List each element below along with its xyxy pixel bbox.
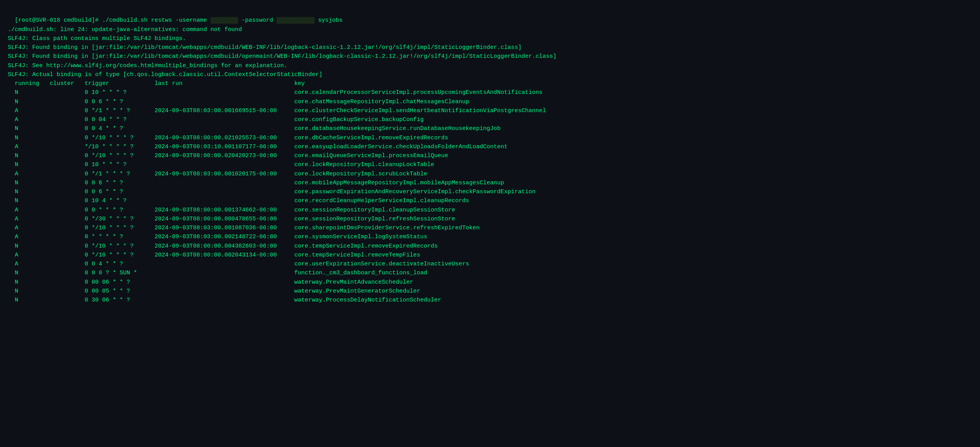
trailing-text: sysjobs xyxy=(315,17,342,24)
output-line: SLF4J: Class path contains multiple SLF4… xyxy=(8,34,972,43)
table-row: N 0 30 06 * * ? waterway.ProcessDelayNot… xyxy=(8,296,972,305)
table-row: N 0 */10 * * * ? 2024-09-03T08:00:00.004… xyxy=(8,242,972,251)
table-row: N 0 10 4 * * ? core.recordCleanupHelperS… xyxy=(8,196,972,205)
prompt-line: [root@SVR-018 cmdbuild]# ./cmdbuild.sh r… xyxy=(8,7,972,25)
table-row: N 0 */10 * * * ? 2024-09-03T08:00:00.020… xyxy=(8,151,972,160)
table-row: A 0 */1 * * * ? 2024-09-03T08:03:00.0016… xyxy=(8,106,972,115)
table-row: A 0 0 04 * * ? core.configBackupService.… xyxy=(8,115,972,124)
table-row: A 0 */10 * * * ? 2024-09-03T08:03:00.001… xyxy=(8,224,972,232)
output-line: SLF4J: Actual binding is of type [ch.qos… xyxy=(8,70,972,79)
password-masked: XXXXXXXXXX xyxy=(276,17,315,24)
table-row: N 0 00 06 * * ? waterway.PrevMaintAdvanc… xyxy=(8,278,972,287)
table-row: N 0 10 * * * ? core.calendarProcessorSer… xyxy=(8,88,972,97)
table-row: N 0 00 05 * * ? waterway.PrevMaintGenera… xyxy=(8,287,972,296)
table-row: N 0 0 0 ? * SUN * function._cm3_dashboar… xyxy=(8,269,972,277)
table-row: A 0 */30 * * * ? 2024-09-03T08:00:00.000… xyxy=(8,215,972,224)
table-container: running cluster trigger last run key N 0… xyxy=(8,79,972,305)
table-row: N 0 10 * * * ? core.lockRepositoryImpl.c… xyxy=(8,160,972,169)
middle-text: -password xyxy=(238,17,276,24)
output-line: SLF4J: See http://www.slf4j.org/codes.ht… xyxy=(8,61,972,70)
output-line: SLF4J: Found binding in [jar:file:/var/l… xyxy=(8,43,972,52)
output-lines: ./cmdbuild.sh: line 24: update-java-alte… xyxy=(8,25,972,80)
table-row: A */10 * * * * ? 2024-09-03T08:03:10.001… xyxy=(8,142,972,151)
username-masked: XXXXXXX xyxy=(210,17,238,24)
table-row: N 0 0 4 * * ? core.databaseHousekeepingS… xyxy=(8,124,972,133)
output-line: SLF4J: Found binding in [jar:file:/var/l… xyxy=(8,52,972,61)
table-row: N 0 0 6 * * ? core.chatMessageRepository… xyxy=(8,97,972,106)
output-line: ./cmdbuild.sh: line 24: update-java-alte… xyxy=(8,25,972,34)
table-header: running cluster trigger last run key xyxy=(8,79,972,88)
table-row: N 0 0 6 * * ? core.mobileAppMessageRepos… xyxy=(8,178,972,187)
table-row: N 0 */10 * * * ? 2024-09-03T08:00:00.021… xyxy=(8,133,972,142)
table-row: A 0 */1 * * * ? 2024-09-03T08:03:00.0010… xyxy=(8,170,972,178)
table-row: A 0 0 4 * * ? core.userExpirationService… xyxy=(8,260,972,269)
table-row: A 0 0 * * * ? 2024-09-03T08:00:00.001374… xyxy=(8,206,972,215)
table-row: A 0 * * * * ? 2024-09-03T08:03:00.002148… xyxy=(8,232,972,241)
prompt-text: [root@SVR-018 cmdbuild]# ./cmdbuild.sh r… xyxy=(15,17,210,24)
table-row: N 0 0 6 * * ? core.passwordExpirationAnd… xyxy=(8,187,972,196)
table-row: A 0 */10 * * * ? 2024-09-03T08:00:00.002… xyxy=(8,251,972,260)
